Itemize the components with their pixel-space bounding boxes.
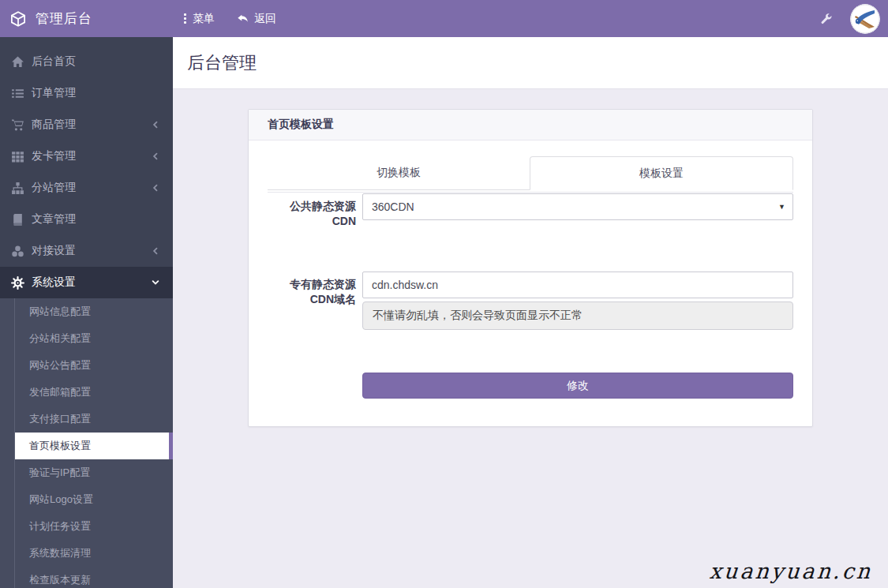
cube-icon [10, 11, 26, 27]
sitemap-icon [11, 182, 24, 195]
list-icon [11, 87, 24, 100]
submenu-item-verify-ip[interactable]: 验证与IP配置 [0, 459, 173, 486]
sidebar: 后台首页 订单管理 商品管理 发卡管理 [0, 37, 173, 588]
tab-switch-template[interactable]: 切换模板 [268, 156, 530, 190]
template-settings-card: 首页模板设置 切换模板 模板设置 公共静态资源 CDN 360CDN [248, 109, 813, 427]
home-icon [11, 55, 24, 69]
avatar[interactable] [850, 4, 880, 34]
private-cdn-help: 不懂请勿乱填，否则会导致页面显示不正常 [362, 301, 793, 330]
sidebar-item-label: 对接设置 [32, 244, 76, 258]
page-title: 后台管理 [187, 51, 257, 75]
sidebar-nav: 后台首页 订单管理 商品管理 发卡管理 [0, 37, 173, 588]
private-cdn-control: 不懂请勿乱填，否则会导致页面显示不正常 [362, 272, 793, 330]
label-line: CDN域名 [268, 292, 356, 307]
private-cdn-group: 专有静态资源 CDN域名 不懂请勿乱填，否则会导致页面显示不正常 [268, 272, 793, 330]
submenu-item-logo[interactable]: 网站Logo设置 [0, 486, 173, 513]
cubes-icon [11, 245, 24, 258]
main-area: 后台管理 首页模板设置 切换模板 模板设置 公共静态资源 CDN [173, 37, 888, 588]
topbar: 管理后台 菜单 返回 [0, 0, 888, 37]
chevron-left-icon [151, 120, 160, 129]
modify-button[interactable]: 修改 [362, 373, 793, 399]
sidebar-item-products[interactable]: 商品管理 [0, 109, 173, 140]
page-header: 后台管理 [173, 37, 888, 89]
card-header-title: 首页模板设置 [249, 110, 812, 140]
label-line: CDN [268, 214, 356, 229]
label-line: 公共静态资源 [268, 199, 356, 214]
public-cdn-select[interactable]: 360CDN [362, 193, 793, 220]
sidebar-item-orders[interactable]: 订单管理 [0, 77, 173, 109]
sidebar-item-label: 后台首页 [32, 54, 76, 69]
submenu-item-version-check[interactable]: 检查版本更新 [0, 567, 173, 588]
public-cdn-label: 公共静态资源 CDN [268, 193, 356, 229]
private-cdn-input[interactable] [362, 272, 793, 298]
sidebar-item-label: 文章管理 [32, 212, 76, 227]
submit-control: 修改 [362, 373, 793, 399]
submenu-item-substation-config[interactable]: 分站相关配置 [0, 325, 173, 352]
sidebar-item-dashboard[interactable]: 后台首页 [0, 46, 173, 77]
sidebar-item-system-settings[interactable]: 系统设置 [0, 267, 173, 298]
topnav: 菜单 返回 [173, 0, 287, 37]
menu-label: 菜单 [193, 12, 215, 26]
wrench-icon[interactable] [821, 13, 833, 24]
tab-template-settings[interactable]: 模板设置 [530, 156, 793, 190]
card-body: 切换模板 模板设置 公共静态资源 CDN 360CDN ▼ [249, 140, 812, 426]
sidebar-item-articles[interactable]: 文章管理 [0, 204, 173, 235]
sidebar-item-cards[interactable]: 发卡管理 [0, 140, 173, 172]
system-settings-submenu: 网站信息配置 分站相关配置 网站公告配置 发信邮箱配置 支付接口配置 首页模板设… [0, 298, 173, 588]
template-settings-form: 公共静态资源 CDN 360CDN ▼ 专有静态资源 CDN域名 [268, 193, 793, 399]
public-cdn-group: 公共静态资源 CDN 360CDN ▼ [268, 193, 793, 229]
cart-icon [11, 118, 24, 132]
back-button[interactable]: 返回 [226, 0, 287, 37]
back-label: 返回 [254, 12, 276, 26]
submenu-item-site-info[interactable]: 网站信息配置 [0, 298, 173, 325]
label-line: 专有静态资源 [268, 277, 356, 292]
submenu-item-data-clean[interactable]: 系统数据清理 [0, 540, 173, 567]
topbar-right [821, 4, 888, 34]
sidebar-item-label: 商品管理 [32, 118, 76, 132]
template-tabs: 切换模板 模板设置 [268, 156, 793, 190]
public-cdn-control: 360CDN ▼ [362, 193, 793, 229]
sidebar-item-label: 分站管理 [32, 181, 76, 195]
grid-icon [11, 150, 24, 163]
content-area: 首页模板设置 切换模板 模板设置 公共静态资源 CDN 360CDN [173, 109, 888, 588]
submenu-item-home-template[interactable]: 首页模板设置 [15, 433, 173, 459]
submenu-item-announcement[interactable]: 网站公告配置 [0, 352, 173, 379]
submenu-item-payment[interactable]: 支付接口配置 [0, 406, 173, 433]
ellipsis-v-icon [184, 13, 186, 24]
brand-title: 管理后台 [36, 9, 92, 28]
chevron-left-icon [151, 152, 160, 161]
sidebar-item-label: 系统设置 [32, 275, 76, 290]
submit-row: 修改 [268, 373, 793, 399]
sidebar-item-api[interactable]: 对接设置 [0, 235, 173, 267]
sidebar-item-label: 发卡管理 [32, 149, 76, 163]
chevron-down-icon [151, 278, 160, 287]
sidebar-item-substations[interactable]: 分站管理 [0, 172, 173, 204]
book-icon [11, 213, 24, 227]
submenu-item-cron[interactable]: 计划任务设置 [0, 513, 173, 540]
brand[interactable]: 管理后台 [0, 0, 173, 37]
chevron-left-icon [151, 183, 160, 193]
sidebar-item-label: 订单管理 [32, 86, 76, 100]
private-cdn-label: 专有静态资源 CDN域名 [268, 272, 356, 330]
submenu-item-mailbox[interactable]: 发信邮箱配置 [0, 379, 173, 406]
gear-icon [11, 276, 24, 290]
chevron-left-icon [151, 246, 160, 256]
submit-spacer [268, 373, 356, 399]
watermark-text: xuanyuan.cn [709, 559, 873, 583]
menu-toggle-button[interactable]: 菜单 [173, 0, 226, 37]
reply-arrow-icon [237, 13, 249, 24]
